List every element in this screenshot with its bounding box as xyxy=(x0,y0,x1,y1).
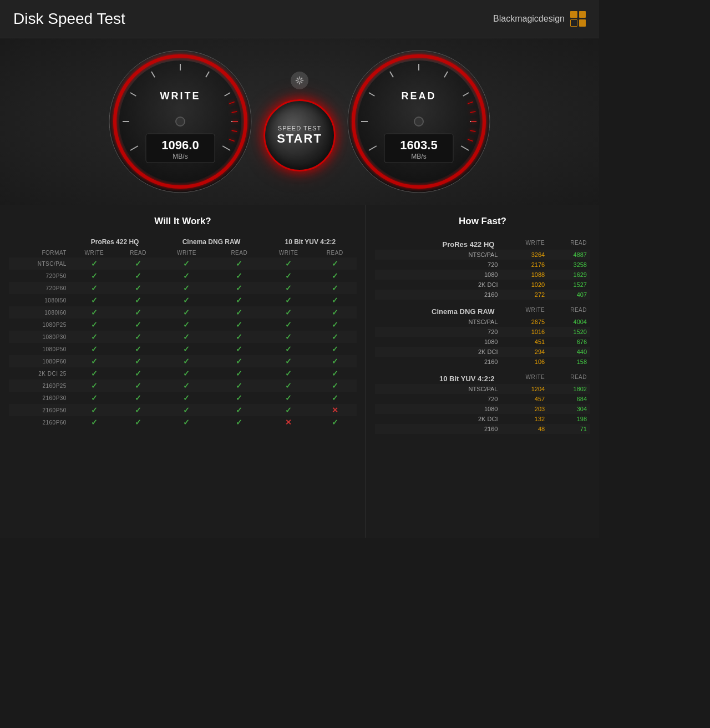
checkmark-icon: ✓ xyxy=(236,296,242,305)
check-cell: ✓ xyxy=(71,367,118,380)
check-cell: ✓ xyxy=(313,257,357,270)
speed-write-value: 2176 xyxy=(501,260,548,270)
table-row: 1080p50✓✓✓✓✓✓ xyxy=(9,343,357,355)
speed-data-row: 2K DCI10201527 xyxy=(375,280,590,290)
settings-button[interactable] xyxy=(291,72,308,89)
check-cell: ✓ xyxy=(215,282,264,294)
check-cell: ✓ xyxy=(71,380,118,392)
table-row: 2160p30✓✓✓✓✓✓ xyxy=(9,392,357,404)
checkmark-icon: ✓ xyxy=(135,308,141,317)
check-cell: ✓ xyxy=(71,392,118,404)
checkmark-icon: ✓ xyxy=(91,357,98,366)
svg-text:WRITE: WRITE xyxy=(160,90,201,102)
gauge-section: WRITE 1096.0 MB/s xyxy=(0,38,599,205)
check-cell: ✓ xyxy=(215,318,264,331)
check-cell: ✓ xyxy=(71,331,118,343)
checkmark-icon: ✓ xyxy=(135,259,141,268)
check-cell: ✓ xyxy=(159,331,215,343)
check-cell: ✓ xyxy=(159,282,215,294)
speed-read-value: 71 xyxy=(548,424,590,434)
checkmark-icon: ✓ xyxy=(236,332,242,341)
check-cell: ✓ xyxy=(264,367,313,380)
check-cell: ✓ xyxy=(71,343,118,355)
checkmark-icon: ✓ xyxy=(285,259,292,268)
check-cell: ✓ xyxy=(118,380,159,392)
checkmark-icon: ✓ xyxy=(135,369,141,378)
checkmark-icon: ✓ xyxy=(332,369,338,378)
check-cell: ✓ xyxy=(159,404,215,416)
checkmark-icon: ✓ xyxy=(183,345,190,353)
table-row: 2160p50✓✓✓✓✓✕ xyxy=(9,404,357,416)
speed-data-row: 108010881629 xyxy=(375,270,590,280)
checkmark-icon: ✓ xyxy=(332,320,338,329)
checkmark-icon: ✓ xyxy=(332,271,338,280)
checkmark-icon: ✓ xyxy=(332,308,338,317)
svg-point-28 xyxy=(302,80,303,81)
check-cell: ✓ xyxy=(313,282,357,294)
check-cell: ✓ xyxy=(159,270,215,282)
checkmark-icon: ✓ xyxy=(236,308,242,317)
checkmark-icon: ✓ xyxy=(183,259,190,268)
speed-read-value: 3258 xyxy=(548,260,590,270)
check-cell: ✓ xyxy=(71,416,118,428)
format-label: 2160p50 xyxy=(9,404,71,416)
check-cell: ✓ xyxy=(71,306,118,318)
check-cell: ✓ xyxy=(71,404,118,416)
check-cell: ✓ xyxy=(215,416,264,428)
checkmark-icon: ✓ xyxy=(236,284,242,292)
speed-read-value: 158 xyxy=(548,357,590,367)
checkmark-icon: ✓ xyxy=(135,332,141,341)
checkmark-icon: ✓ xyxy=(91,332,98,341)
speed-row-label: 720 xyxy=(375,327,501,337)
checkmark-icon: ✓ xyxy=(285,308,292,317)
check-cell: ✓ xyxy=(118,343,159,355)
speed-row-label: NTSC/PAL xyxy=(375,384,501,394)
checkmark-icon: ✓ xyxy=(91,296,98,305)
checkmark-icon: ✓ xyxy=(285,393,292,402)
checkmark-icon: ✓ xyxy=(91,284,98,292)
speed-write-value: 1088 xyxy=(501,270,548,280)
checkmark-icon: ✓ xyxy=(91,369,98,378)
speed-data-row: NTSC/PAL12041802 xyxy=(375,384,590,394)
speed-section-header: Cinema DNG RAWWRITEREAD xyxy=(375,303,590,317)
check-cell: ✓ xyxy=(159,380,215,392)
speed-data-row: 1080203304 xyxy=(375,404,590,414)
svg-text:MB/s: MB/s xyxy=(173,153,187,160)
check-cell: ✓ xyxy=(159,257,215,270)
checkmark-icon: ✓ xyxy=(332,345,338,353)
format-label: 1080i60 xyxy=(9,306,71,318)
speed-write-value: 294 xyxy=(501,347,548,357)
check-cell: ✓ xyxy=(215,367,264,380)
table-row: 1080i60✓✓✓✓✓✓ xyxy=(9,306,357,318)
speed-col-read: READ xyxy=(548,236,590,250)
speed-write-value: 106 xyxy=(501,357,548,367)
speed-data-row: NTSC/PAL32644887 xyxy=(375,250,590,260)
speed-data-row: 2160272407 xyxy=(375,290,590,300)
checkmark-icon: ✓ xyxy=(183,332,190,341)
brand-icon xyxy=(570,11,586,27)
speed-col-write: WRITE xyxy=(501,370,548,384)
check-cell: ✓ xyxy=(118,257,159,270)
brand-name: Blackmagicdesign xyxy=(493,14,565,24)
speed-data-row: 1080451676 xyxy=(375,337,590,347)
check-cell: ✕ xyxy=(313,404,357,416)
speed-test-button[interactable]: SPEED TEST START xyxy=(263,99,336,171)
speed-row-label: 2160 xyxy=(375,290,501,300)
checkmark-icon: ✓ xyxy=(332,357,338,366)
svg-point-56 xyxy=(414,117,423,126)
checkmark-icon: ✓ xyxy=(91,271,98,280)
speed-write-value: 2675 xyxy=(501,317,548,327)
svg-point-31 xyxy=(301,78,302,79)
checkmark-icon: ✓ xyxy=(183,406,190,414)
checkmark-icon: ✓ xyxy=(236,271,242,280)
checkmark-icon: ✓ xyxy=(135,418,141,427)
checkmark-icon: ✓ xyxy=(183,393,190,402)
speed-write-value: 48 xyxy=(501,424,548,434)
checkmark-icon: ✓ xyxy=(332,393,338,402)
check-cell: ✓ xyxy=(313,343,357,355)
format-label: NTSC/PAL xyxy=(9,257,71,270)
right-panel-title: How Fast? xyxy=(375,216,590,227)
check-cell: ✓ xyxy=(215,343,264,355)
checkmark-icon: ✓ xyxy=(135,320,141,329)
format-label: 2K DCI 25 xyxy=(9,367,71,380)
